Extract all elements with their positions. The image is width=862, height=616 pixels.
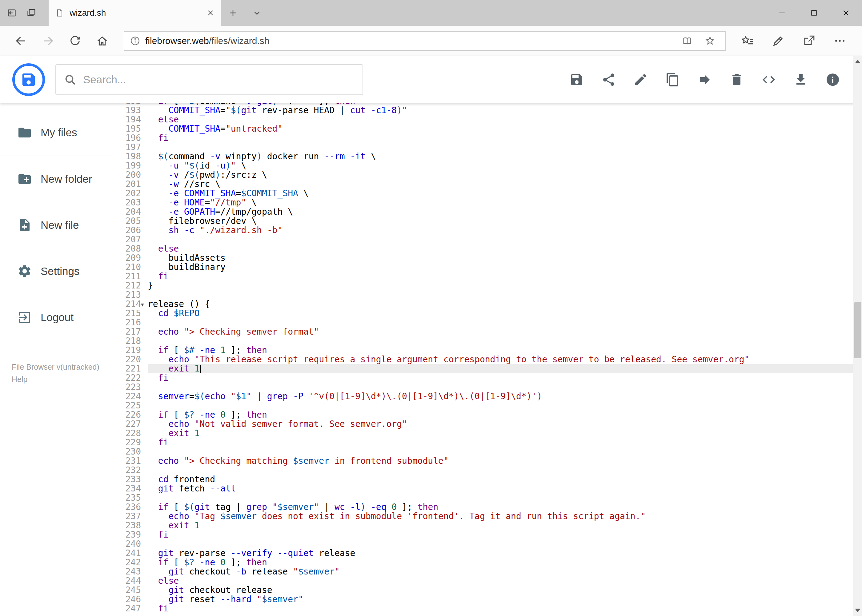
home-icon[interactable] <box>89 28 116 54</box>
code-line[interactable]: 236 if [ $(git tag | grep "$semver" | wc… <box>115 503 862 512</box>
code-line[interactable]: 247 fi <box>115 604 862 613</box>
code-line[interactable]: 229 fi <box>115 438 862 447</box>
window-maximize-button[interactable] <box>798 0 830 26</box>
page-info-icon[interactable] <box>130 36 140 46</box>
more-options-icon[interactable] <box>826 28 853 54</box>
code-line[interactable]: 239 fi <box>115 530 862 539</box>
scrollbar-thumb[interactable] <box>854 302 861 358</box>
code-line[interactable]: 225 <box>115 401 862 410</box>
sidebar-item-new-folder[interactable]: New folder <box>0 156 115 202</box>
code-line[interactable]: 200 -v /$(pwd):/src:z \ <box>115 170 862 179</box>
sidebar-item-label: New file <box>41 219 79 231</box>
scrollbar-up-arrow-icon[interactable] <box>855 60 860 63</box>
code-line[interactable]: 237 echo "Tag $semver does not exist in … <box>115 512 862 521</box>
reading-view-icon[interactable] <box>678 32 697 50</box>
code-line[interactable]: 210 buildBinary <box>115 262 862 272</box>
sidebar-item-my-files[interactable]: My files <box>0 110 115 156</box>
web-note-pen-icon[interactable] <box>765 28 792 54</box>
code-line[interactable]: 202 -e COMMIT_SHA=$COMMIT_SHA \ <box>115 189 862 198</box>
code-line[interactable]: 246 git reset --hard "$semver" <box>115 595 862 604</box>
code-line[interactable]: 219 if [ $# -ne 1 ]; then <box>115 346 862 355</box>
code-editor[interactable]: 192 if [ "$(command -v git)" != "" ]; th… <box>115 103 862 616</box>
code-line[interactable]: 244 else <box>115 576 862 586</box>
window-minimize-button[interactable] <box>766 0 798 26</box>
code-line[interactable]: 222 fi <box>115 373 862 383</box>
code-line[interactable]: 205 filebrowser/dev \ <box>115 217 862 226</box>
code-line[interactable]: 206 sh -c "./wizard.sh -b" <box>115 226 862 235</box>
code-line[interactable]: 228 exit 1 <box>115 429 862 438</box>
code-line[interactable]: 215 cd $REPO <box>115 309 862 318</box>
set-tabs-aside-icon[interactable] <box>3 4 20 22</box>
favorite-star-icon[interactable] <box>700 32 720 50</box>
code-line[interactable]: 198 $(command -v winpty) docker run --rm… <box>115 152 862 161</box>
code-line[interactable]: 238 exit 1 <box>115 521 862 530</box>
refresh-icon[interactable] <box>61 28 89 54</box>
code-line[interactable]: 226 if [ $? -ne 0 ]; then <box>115 410 862 420</box>
address-bar[interactable]: filebrowser.web/files/wizard.sh <box>124 31 726 51</box>
new-tab-button[interactable] <box>221 0 245 26</box>
code-line[interactable]: 235 <box>115 493 862 503</box>
code-line[interactable]: 196 fi <box>115 134 862 143</box>
code-line[interactable]: 209 buildAssets <box>115 253 862 262</box>
info-button[interactable] <box>825 72 840 87</box>
sidebar-item-new-file[interactable]: New file <box>0 202 115 248</box>
save-button[interactable] <box>569 72 585 87</box>
code-line[interactable]: 212} <box>115 281 862 290</box>
hub-favorites-icon[interactable] <box>734 28 761 54</box>
code-line[interactable]: 214▾release () { <box>115 300 862 309</box>
code-line[interactable]: 224 semver=$(echo "$1" | grep -P '^v(0|[… <box>115 392 862 401</box>
code-line[interactable]: 199 -u "$(id -u)" \ <box>115 161 862 170</box>
code-line[interactable]: 213 <box>115 290 862 300</box>
app-logo[interactable] <box>12 63 45 96</box>
sidebar-item-logout[interactable]: Logout <box>0 294 115 341</box>
window-close-button[interactable] <box>830 0 862 26</box>
code-line[interactable]: 207 <box>115 235 862 244</box>
code-line[interactable]: 240 <box>115 539 862 548</box>
rename-button[interactable] <box>633 72 648 87</box>
download-button[interactable] <box>793 72 808 87</box>
code-line[interactable]: 197 <box>115 143 862 152</box>
code-line[interactable]: 234 git fetch --all <box>115 484 862 493</box>
back-icon[interactable] <box>7 28 35 54</box>
code-line[interactable]: 221 exit 1 <box>115 364 862 373</box>
code-line[interactable]: 245 git checkout release <box>115 586 862 595</box>
code-line[interactable]: 204 -e GOPATH=//tmp/gopath \ <box>115 207 862 217</box>
copy-button[interactable] <box>665 72 681 87</box>
code-line[interactable]: 227 echo "Not valid semver format. See s… <box>115 420 862 429</box>
share-icon[interactable] <box>796 28 823 54</box>
search-input[interactable] <box>83 74 355 86</box>
sidebar-item-settings[interactable]: Settings <box>0 248 115 294</box>
code-line[interactable]: 233 cd frontend <box>115 475 862 484</box>
code-line[interactable]: 217 echo "> Checking semver format" <box>115 327 862 336</box>
code-line[interactable]: 195 COMMIT_SHA="untracked" <box>115 124 862 134</box>
code-line[interactable]: 232 <box>115 466 862 475</box>
code-line[interactable]: 216 <box>115 318 862 327</box>
code-line[interactable]: 231 echo "> Checking matching $semver in… <box>115 456 862 466</box>
move-button[interactable] <box>697 72 712 87</box>
code-line[interactable]: 230 <box>115 447 862 456</box>
code-line[interactable]: 241 git rev-parse --verify --quiet relea… <box>115 548 862 558</box>
tabs-you-set-aside-icon[interactable] <box>23 4 40 22</box>
share-button[interactable] <box>601 72 616 87</box>
scrollbar-down-arrow-icon[interactable] <box>855 609 860 612</box>
code-line[interactable]: 201 -w //src \ <box>115 179 862 189</box>
tab-close-icon[interactable] <box>207 9 214 17</box>
help-link[interactable]: Help <box>12 373 115 385</box>
delete-button[interactable] <box>729 72 744 87</box>
code-line[interactable]: 203 -e HOME="//tmp" \ <box>115 198 862 207</box>
code-line[interactable]: 242 if [ $? -ne 0 ]; then <box>115 558 862 567</box>
code-line[interactable]: 211 fi <box>115 272 862 281</box>
source-code-button[interactable] <box>761 72 777 87</box>
code-line[interactable]: 193 COMMIT_SHA="$(git rev-parse HEAD | c… <box>115 106 862 115</box>
browser-tab[interactable]: wizard.sh <box>49 0 221 26</box>
fold-marker-icon[interactable]: ▾ <box>141 300 148 309</box>
code-line[interactable]: 223 <box>115 383 862 392</box>
code-line[interactable]: 208 else <box>115 244 862 253</box>
code-line[interactable]: 194 else <box>115 115 862 124</box>
page-scrollbar[interactable] <box>853 56 862 616</box>
code-line[interactable]: 220 echo "This release script requires a… <box>115 355 862 364</box>
tab-preview-chevron-icon[interactable] <box>245 0 269 26</box>
code-line[interactable]: 218 <box>115 336 862 346</box>
search-box[interactable] <box>55 64 363 95</box>
code-line[interactable]: 243 git checkout -b release "$semver" <box>115 567 862 576</box>
